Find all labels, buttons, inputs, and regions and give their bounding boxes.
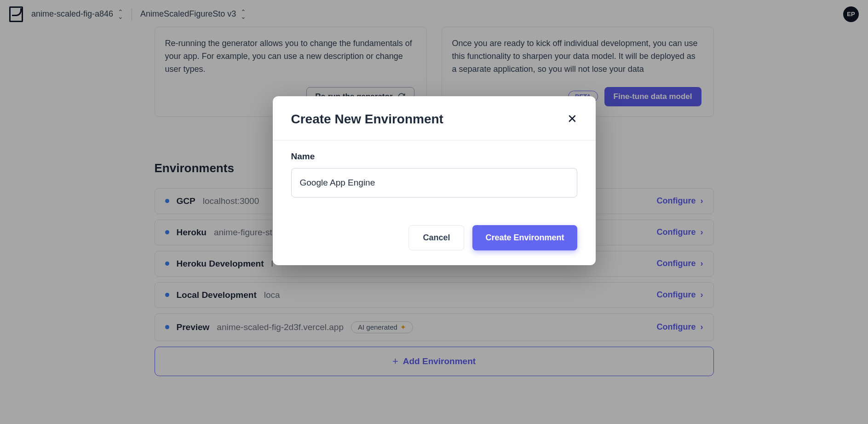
cancel-button[interactable]: Cancel — [408, 225, 464, 250]
name-field-label: Name — [291, 151, 577, 162]
create-environment-button[interactable]: Create Environment — [472, 225, 577, 250]
environment-name-input[interactable] — [291, 168, 577, 197]
close-button[interactable]: ✕ — [565, 110, 579, 128]
modal-title: Create New Environment — [291, 112, 443, 127]
close-icon: ✕ — [567, 112, 577, 126]
create-environment-modal: Create New Environment ✕ Name Cancel Cre… — [273, 96, 596, 265]
